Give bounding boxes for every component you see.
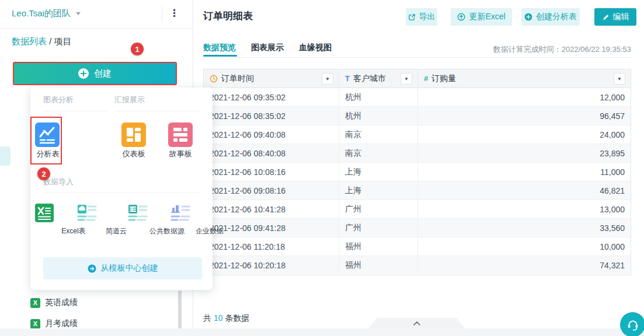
excel-file-icon: X	[30, 298, 40, 308]
column-dropdown-button[interactable]: ▼	[401, 73, 412, 85]
table-row[interactable]: 2021-12-06 09:40:08南京24,000	[204, 125, 631, 144]
tab-chart-display[interactable]: 图表展示	[251, 43, 284, 53]
analysis-table-icon[interactable]	[35, 123, 60, 147]
column-dropdown-button[interactable]: ▼	[322, 73, 333, 85]
cell-quantity: 12,000	[418, 88, 631, 106]
cell-quantity: 33,560	[418, 219, 631, 237]
column-header-customer-city[interactable]: T 客户城市 ▼	[339, 69, 418, 88]
cell-order-time: 2021-12-06 08:40:08	[204, 144, 339, 162]
cell-quantity: 74,321	[418, 256, 631, 275]
active-tab-underline	[203, 55, 237, 57]
tabs-divider	[203, 57, 631, 58]
team-switcher[interactable]: Leo.Tsai的团队	[12, 8, 81, 19]
create-from-template-link[interactable]: 从模板中心创建	[43, 257, 202, 279]
cell-order-time: 2021-12-06 10:41:28	[204, 200, 339, 218]
menu-item-dashboard[interactable]: 仪表板	[116, 149, 151, 159]
cell-quantity: 23,895	[418, 144, 631, 162]
count-suffix: 条数据	[225, 313, 249, 323]
table-row[interactable]: 2021-12-06 08:40:08南京23,895	[204, 144, 631, 163]
column-header-order-quantity[interactable]: # 订购量 ▼	[418, 69, 631, 88]
team-name-label: Leo.Tsai的团队	[12, 8, 71, 19]
tab-lineage-view[interactable]: 血缘视图	[299, 43, 332, 53]
menu-item-storyboard[interactable]: 故事板	[163, 149, 198, 159]
tab-data-preview[interactable]: 数据预览	[203, 43, 236, 53]
create-button[interactable]: 创建	[13, 62, 177, 85]
plus-circle-icon	[78, 68, 89, 79]
table-body: 2021-12-06 09:35:02杭州12,0002021-12-06 08…	[204, 88, 631, 275]
sidebar-item-english-scores[interactable]: X 英语成绩	[30, 296, 176, 310]
table-row[interactable]: 2021-12-06 11:20:18福州10,000	[204, 237, 631, 256]
jiandaoyun-icon[interactable]	[77, 204, 97, 224]
cell-city: 南京	[339, 144, 418, 162]
breadcrumb: 数据列表 / 项目	[12, 36, 72, 47]
cell-order-time: 2021-12-06 09:40:08	[204, 125, 339, 144]
create-analysis-table-button-label: 创建分析表	[536, 12, 577, 22]
arrow-right-circle-icon	[88, 264, 96, 273]
menu-item-public-data-source[interactable]: 公共数据源	[145, 226, 189, 236]
cell-order-time: 2021-12-06 09:08:16	[204, 181, 339, 200]
create-analysis-table-button[interactable]: 创建分析表	[521, 8, 580, 26]
menu-item-jiandaoyun[interactable]: 简道云	[95, 226, 138, 236]
excel-file-icon: X	[30, 319, 40, 329]
public-data-source-icon[interactable]	[128, 204, 148, 224]
compute-time: 数据计算完成时间：2022/06/22 19:35:53	[493, 44, 631, 55]
table-row[interactable]: 2021-12-06 10:08:16上海11,000	[204, 163, 631, 181]
cell-quantity: 13,000	[418, 200, 631, 218]
edit-button[interactable]: 编辑	[594, 8, 636, 26]
edit-button-label: 编辑	[613, 12, 629, 22]
column-header-order-time[interactable]: 订单时间 ▼	[204, 69, 339, 88]
dashboard-icon[interactable]	[121, 123, 146, 147]
breadcrumb-root[interactable]: 数据列表	[12, 36, 47, 46]
cell-order-time: 2021-12-06 08:35:02	[204, 107, 339, 125]
annotation-badge-1: 1	[131, 43, 144, 55]
pencil-icon	[602, 13, 610, 21]
cell-order-time: 2021-12-06 09:35:02	[204, 88, 339, 106]
section-divider	[43, 192, 200, 193]
count-value: 10	[214, 313, 223, 323]
menu-item-enterprise-data[interactable]: 企业数据	[188, 226, 231, 236]
table-row[interactable]: 2021-12-06 09:08:16上海46,821	[204, 181, 631, 200]
headset-icon	[626, 318, 640, 332]
menu-item-excel-table[interactable]: Excel表	[52, 226, 95, 236]
cell-quantity: 24,000	[418, 125, 631, 144]
cell-city: 福州	[339, 256, 418, 275]
kebab-menu-icon[interactable]: ⋮	[169, 6, 179, 21]
export-button[interactable]: 导出	[406, 8, 437, 26]
column-title: 订购量	[431, 74, 456, 84]
update-excel-button[interactable]: 更新Excel	[451, 8, 512, 26]
menu-item-analysis-table[interactable]: 分析表	[30, 149, 65, 159]
count-prefix: 共	[203, 313, 211, 323]
table-row[interactable]: 2021-12-06 09:41:28广州33,560	[204, 219, 631, 237]
cell-city: 上海	[339, 181, 418, 200]
enterprise-data-icon[interactable]	[170, 204, 190, 224]
breadcrumb-separator: /	[47, 36, 54, 46]
table-row[interactable]: 2021-12-06 10:20:18福州74,321	[204, 256, 631, 275]
cell-quantity: 11,000	[418, 163, 631, 181]
compute-time-label: 数据计算完成时间：	[493, 45, 562, 54]
cell-city: 上海	[339, 163, 418, 181]
cell-city: 杭州	[339, 107, 418, 125]
storyboard-icon[interactable]	[168, 123, 193, 147]
collapse-panel-handle[interactable]	[368, 318, 465, 328]
column-dropdown-button[interactable]: ▼	[614, 73, 625, 85]
table-row[interactable]: 2021-12-06 08:35:02杭州96,457	[204, 107, 631, 125]
section-divider	[43, 111, 107, 111]
sidebar-item-label: 月考成绩	[45, 318, 78, 329]
number-type-icon: #	[424, 74, 428, 83]
table-row[interactable]: 2021-12-06 10:41:28广州13,000	[204, 200, 631, 219]
cell-quantity: 46,821	[418, 181, 631, 200]
customer-service-button[interactable]	[620, 312, 644, 336]
cell-order-time: 2021-12-06 11:20:18	[204, 237, 339, 256]
table-row[interactable]: 2021-12-06 09:35:02杭州12,000	[204, 88, 631, 107]
cell-order-time: 2021-12-06 10:08:16	[204, 163, 339, 181]
sidebar-scrollbar[interactable]	[178, 290, 182, 330]
record-count: 共 10 条数据	[203, 313, 249, 324]
bottom-strip	[0, 328, 644, 336]
header-divider	[162, 6, 162, 22]
clock-icon	[210, 75, 218, 83]
section-title-report-display: 汇报展示	[114, 94, 145, 105]
annotation-badge-2: 2	[37, 167, 50, 180]
plus-circle-icon	[524, 13, 532, 21]
sidebar-item-label: 英语成绩	[45, 298, 78, 308]
excel-table-icon[interactable]	[34, 203, 54, 223]
